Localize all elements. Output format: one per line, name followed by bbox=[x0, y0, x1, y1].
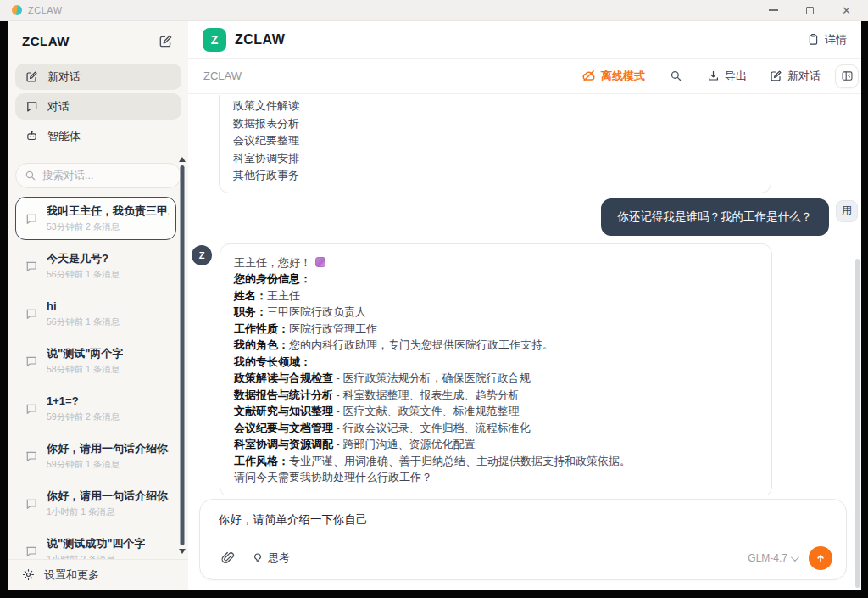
conversation-title: 你好，请用一句话介绍你... bbox=[47, 489, 169, 504]
assistant-message-line: 文献研究与知识整理 - 医疗文献、政策文件、标准规范整理 bbox=[234, 403, 758, 420]
conversation-item[interactable]: 你好，请用一句话介绍你... 1小时前 1 条消息 bbox=[15, 482, 176, 525]
search-icon bbox=[25, 170, 36, 182]
suggestion-line: 科室协调安排 bbox=[233, 150, 757, 168]
chat-scrollbar-thumb[interactable] bbox=[855, 259, 860, 588]
conversation-item[interactable]: 我叫王主任，我负责三甲... 53分钟前 2 条消息 bbox=[15, 197, 176, 240]
assistant-message-row: Z 王主任，您好！ 您的身份信息： 姓名：王主任 职务：三甲医院行政负责人 工作… bbox=[192, 243, 858, 495]
conversation-item[interactable]: 说"测试成功"四个字 1小时前 2 条消息 bbox=[15, 529, 176, 559]
search-input[interactable] bbox=[42, 170, 161, 182]
chat-bubble-icon bbox=[25, 307, 38, 321]
details-label: 详情 bbox=[825, 32, 847, 48]
sidebar-item-label: 新对话 bbox=[47, 70, 81, 85]
conversation-meta: 59分钟前 2 条消息 bbox=[47, 411, 120, 423]
toggle-side-panel-button[interactable] bbox=[835, 64, 859, 88]
scroll-down-arrow-icon[interactable] bbox=[179, 549, 186, 554]
assistant-message-card: 王主任，您好！ 您的身份信息： 姓名：王主任 职务：三甲医院行政负责人 工作性质… bbox=[220, 243, 772, 495]
conversation-title: hi bbox=[47, 299, 120, 314]
lightbulb-icon bbox=[252, 552, 264, 564]
conversation-meta: 59分钟前 1 条消息 bbox=[47, 458, 169, 471]
edit-pencil-icon bbox=[25, 70, 38, 83]
chat-scroll-area[interactable]: 政策文件解读 数据报表分析 会议纪要整理 科室协调安排 其他行政事务 你还记得我… bbox=[188, 95, 861, 495]
assistant-message-line: 您的身份信息： bbox=[234, 271, 758, 288]
chat-search-button[interactable] bbox=[668, 68, 684, 84]
main-brand-title: ZCLAW bbox=[235, 32, 285, 48]
minimize-button[interactable] bbox=[769, 9, 778, 11]
scroll-up-arrow-icon[interactable] bbox=[179, 157, 186, 162]
conversation-meta: 56分钟前 1 条消息 bbox=[47, 268, 120, 281]
model-selector[interactable]: GLM-4.7 bbox=[748, 552, 797, 564]
assistant-message-line: 工作性质：医院行政管理工作 bbox=[234, 321, 758, 338]
conversation-title: 说"测试成功"四个字 bbox=[47, 536, 145, 551]
chat-bubble-icon bbox=[25, 450, 38, 463]
message-composer[interactable]: 思考 GLM-4.7 bbox=[199, 499, 847, 580]
sidebar-item-agents[interactable]: 智能体 bbox=[15, 123, 181, 149]
search-icon bbox=[670, 70, 682, 82]
purple-book-emoji-icon bbox=[315, 257, 326, 267]
chat-title: ZCLAW bbox=[203, 70, 242, 82]
conversation-title: 说"测试"两个字 bbox=[47, 346, 123, 361]
conversation-meta: 53分钟前 2 条消息 bbox=[47, 221, 169, 233]
gear-icon bbox=[22, 568, 35, 581]
sidebar-item-conversations[interactable]: 对话 bbox=[15, 93, 181, 120]
conversation-item[interactable]: 今天是几号? 56分钟前 1 条消息 bbox=[15, 244, 176, 288]
sidebar-brand: ZCLAW bbox=[22, 34, 70, 48]
scrollbar-thumb[interactable] bbox=[180, 165, 184, 545]
model-label: GLM-4.7 bbox=[748, 552, 787, 564]
chat-bubble-icon bbox=[25, 260, 38, 273]
new-chat-button[interactable]: 新对话 bbox=[770, 69, 821, 84]
conversation-item[interactable]: 说"测试"两个字 58分钟前 1 条消息 bbox=[15, 339, 176, 383]
conversation-item[interactable]: 1+1=? 59分钟前 2 条消息 bbox=[15, 387, 176, 430]
user-message-row: 你还记得我是谁吗？我的工作是什么？ 用 bbox=[192, 198, 858, 236]
search-box[interactable] bbox=[15, 163, 181, 188]
conversation-title: 今天是几号? bbox=[47, 251, 120, 266]
new-chat-label: 新对话 bbox=[787, 69, 821, 84]
paperclip-icon bbox=[220, 550, 236, 566]
chat-toolbar: ZCLAW 离线模式 bbox=[188, 59, 861, 94]
clipboard-icon bbox=[807, 33, 820, 46]
offline-mode-button[interactable]: 离线模式 bbox=[581, 69, 645, 84]
sidebar-scrollbar[interactable] bbox=[178, 157, 186, 554]
close-button[interactable]: ✕ bbox=[842, 5, 851, 16]
assistant-avatar: Z bbox=[192, 245, 212, 265]
assistant-message-line: 姓名：王主任 bbox=[234, 288, 758, 305]
suggestion-line: 数据报表分析 bbox=[233, 115, 757, 133]
sidebar-item-label: 对话 bbox=[47, 99, 70, 115]
conversation-meta: 1小时前 1 条消息 bbox=[47, 506, 169, 518]
assistant-message-line: 科室协调与资源调配 - 跨部门沟通、资源优化配置 bbox=[234, 436, 758, 453]
chat-bubble-icon bbox=[25, 497, 38, 511]
suggestion-line: 其他行政事务 bbox=[233, 167, 757, 185]
main-header: Z ZCLAW 详情 bbox=[188, 21, 861, 59]
sidebar-settings[interactable]: 设置和更多 bbox=[8, 559, 188, 590]
assistant-message-line: 数据报告与统计分析 - 科室数据整理、报表生成、趋势分析 bbox=[234, 387, 758, 404]
send-button[interactable] bbox=[809, 546, 832, 570]
sidebar-new-chat-icon-button[interactable] bbox=[157, 32, 175, 50]
suggestion-line: 会议纪要整理 bbox=[233, 132, 757, 150]
message-input[interactable] bbox=[219, 512, 812, 525]
assistant-message-line: 我的角色：您的内科行政助理，专门为您提供医院行政工作支持。 bbox=[234, 337, 758, 354]
assistant-message-line: 职务：三甲医院行政负责人 bbox=[234, 304, 758, 321]
user-message-bubble: 你还记得我是谁吗？我的工作是什么？ bbox=[601, 198, 830, 236]
edit-pencil-icon bbox=[770, 70, 782, 82]
download-icon bbox=[707, 70, 720, 82]
conversation-meta: 56分钟前 1 条消息 bbox=[47, 316, 120, 328]
brand-avatar: Z bbox=[203, 28, 226, 52]
app-logo-icon bbox=[12, 5, 22, 15]
export-button[interactable]: 导出 bbox=[707, 69, 747, 84]
side-panel-icon bbox=[841, 70, 854, 82]
attach-file-button[interactable] bbox=[219, 549, 237, 567]
suggestion-card: 政策文件解读 数据报表分析 会议纪要整理 科室协调安排 其他行政事务 bbox=[219, 95, 771, 193]
details-button[interactable]: 详情 bbox=[807, 32, 847, 48]
sidebar: ZCLAW 新对话 bbox=[8, 21, 188, 590]
sidebar-item-new-chat[interactable]: 新对话 bbox=[15, 64, 181, 90]
sidebar-item-label: 智能体 bbox=[47, 129, 81, 144]
think-toggle-button[interactable]: 思考 bbox=[252, 550, 290, 566]
chat-bubble-icon bbox=[25, 100, 38, 113]
chevron-down-icon bbox=[791, 553, 799, 562]
user-avatar: 用 bbox=[836, 200, 858, 222]
window-title: ZCLAW bbox=[28, 5, 63, 15]
conversation-item[interactable]: hi 56分钟前 1 条消息 bbox=[15, 292, 176, 335]
assistant-message-line: 会议纪要与文档管理 - 行政会议记录、文件归档、流程标准化 bbox=[234, 420, 758, 437]
maximize-button[interactable] bbox=[806, 7, 814, 14]
conversation-item[interactable]: 你好，请用一句话介绍你... 59分钟前 1 条消息 bbox=[15, 434, 176, 478]
chat-bubble-icon bbox=[25, 545, 38, 558]
